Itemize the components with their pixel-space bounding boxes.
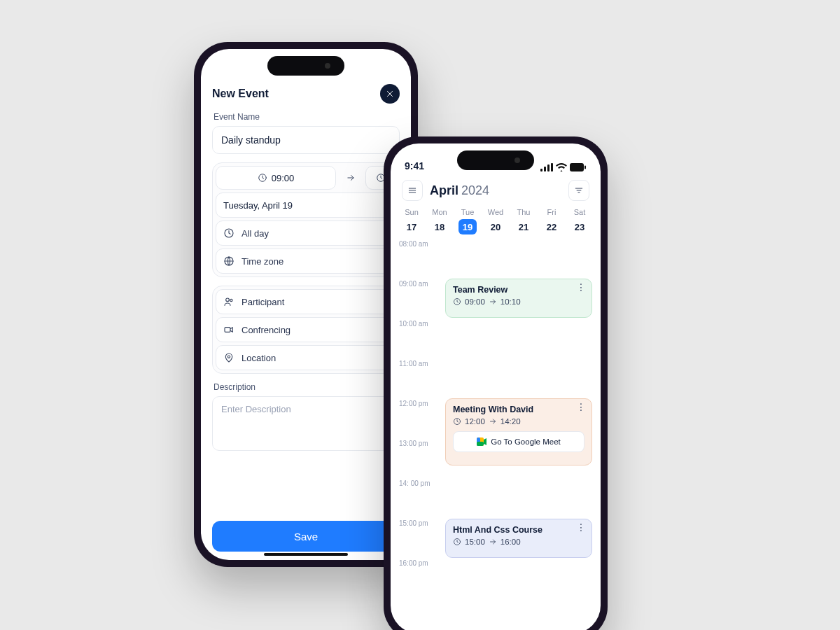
datetime-group: 09:00 Tuesday, April 19 All day [212, 162, 400, 277]
weekday-label: Tue [454, 208, 482, 216]
svg-rect-11 [551, 163, 553, 172]
calendar-month: April [430, 183, 458, 197]
hour-label: 16:00 pm [399, 559, 428, 567]
weekday-number: 17 [402, 219, 421, 234]
weekday-number: 20 [486, 219, 505, 234]
svg-point-5 [230, 299, 232, 301]
weekday-number: 22 [542, 219, 561, 234]
event-time: 12:0014:20 [453, 417, 584, 426]
participant-button[interactable]: Participant [216, 289, 396, 314]
event-menu-button[interactable]: ︙ [576, 406, 586, 409]
description-input[interactable]: Enter Description [212, 396, 400, 451]
weekday-number: 18 [430, 219, 449, 234]
participant-icon [223, 296, 234, 307]
weekday-label: Thu [510, 208, 538, 216]
weekday-number: 23 [570, 219, 589, 234]
weekday-label: Mon [426, 208, 454, 216]
status-time: 9:41 [405, 160, 424, 172]
clock-icon [258, 173, 267, 183]
new-event-title: New Event [212, 88, 269, 100]
close-button[interactable] [380, 84, 400, 104]
filter-button[interactable] [568, 180, 589, 201]
event-menu-button[interactable]: ︙ [576, 286, 586, 289]
details-group: Participant Confrencing Location [212, 286, 400, 374]
event-title: Meeting With David [453, 405, 584, 414]
svg-point-7 [227, 356, 230, 358]
arrow-right-icon [346, 173, 356, 183]
week-day[interactable]: Mon 18 [426, 208, 454, 234]
calendar-event[interactable]: Html And Css Course 15:0016:00 ︙ [445, 519, 592, 558]
timezone-button[interactable]: Time zone [216, 248, 396, 274]
save-button[interactable]: Save [212, 521, 400, 552]
week-day[interactable]: Wed 20 [482, 208, 510, 234]
time-arrow [340, 173, 361, 183]
all-day-toggle[interactable]: All day [216, 220, 396, 246]
menu-button[interactable] [402, 180, 423, 201]
event-title: Team Review [453, 285, 584, 295]
timezone-label: Time zone [241, 256, 284, 267]
svg-rect-18 [477, 442, 484, 446]
google-meet-button[interactable]: Go To Google Meet [453, 431, 584, 452]
location-icon [223, 352, 234, 363]
hour-label: 10:00 am [399, 320, 428, 328]
location-button[interactable]: Location [216, 345, 396, 370]
notch [267, 56, 344, 76]
week-strip: Sun 17Mon 18Tue 19Wed 20Thu 21Fri 22Sat … [391, 205, 601, 240]
globe-icon [223, 255, 234, 267]
phone-frame-calendar: 9:41 April2024 Sun [384, 136, 608, 630]
home-indicator [264, 553, 348, 556]
week-day[interactable]: Sat 23 [566, 208, 594, 234]
week-day[interactable]: Thu 21 [510, 208, 538, 234]
week-day[interactable]: Tue 19 [454, 208, 482, 234]
timeline[interactable]: 08:00 am09:00 am10:00 am11:00 am12:00 pm… [391, 240, 601, 630]
hour-label: 13:00 pm [399, 440, 428, 447]
hour-label: 11:00 am [399, 360, 428, 368]
date-value: Tuesday, April 19 [223, 200, 293, 211]
wifi-icon [556, 163, 567, 172]
video-icon [223, 324, 234, 335]
calendar-event[interactable]: Team Review 09:0010:10 ︙ [445, 279, 592, 318]
date-input[interactable]: Tuesday, April 19 [216, 192, 396, 218]
calendar-year: 2024 [461, 183, 489, 197]
close-icon [385, 89, 395, 99]
weekday-label: Wed [482, 208, 510, 216]
conferencing-button[interactable]: Confrencing [216, 317, 396, 342]
google-meet-icon [477, 438, 486, 446]
svg-rect-6 [225, 328, 230, 332]
event-time: 15:0016:00 [453, 538, 584, 546]
svg-rect-10 [547, 164, 550, 172]
cellular-icon [540, 163, 553, 172]
svg-rect-12 [570, 163, 584, 172]
event-title: Html And Css Course [453, 525, 584, 535]
event-name-label: Event Name [214, 112, 400, 122]
weekday-label: Sun [398, 208, 426, 216]
weekday-number: 19 [458, 219, 477, 234]
participant-label: Participant [241, 297, 284, 307]
all-day-label: All day [241, 228, 269, 239]
event-menu-button[interactable]: ︙ [576, 526, 586, 529]
conferencing-label: Confrencing [241, 325, 290, 335]
hour-label: 12:00 pm [399, 400, 428, 407]
hour-label: 08:00 am [399, 240, 428, 248]
battery-icon [570, 163, 587, 172]
description-label: Description [214, 382, 400, 392]
week-day[interactable]: Sun 17 [398, 208, 426, 234]
event-name-value: Daily standup [221, 134, 281, 146]
svg-rect-8 [540, 169, 542, 172]
start-time-input[interactable]: 09:00 [216, 166, 336, 190]
menu-icon [407, 186, 417, 195]
calendar-title: April2024 [430, 183, 489, 198]
notch [457, 150, 534, 170]
event-name-input[interactable]: Daily standup [212, 126, 400, 154]
calendar-event[interactable]: Meeting With David 12:0014:20 Go To Goog… [445, 398, 592, 465]
svg-point-4 [226, 298, 230, 302]
start-time-value: 09:00 [272, 173, 295, 183]
hour-label: 15:00 pm [399, 519, 428, 527]
filter-icon [574, 186, 584, 195]
event-time: 09:0010:10 [453, 298, 584, 306]
week-day[interactable]: Fri 22 [538, 208, 566, 234]
screen-calendar: 9:41 April2024 Sun [391, 144, 601, 630]
hour-label: 14: 00 pm [399, 479, 430, 487]
google-meet-label: Go To Google Meet [491, 438, 561, 446]
weekday-number: 21 [514, 219, 533, 234]
